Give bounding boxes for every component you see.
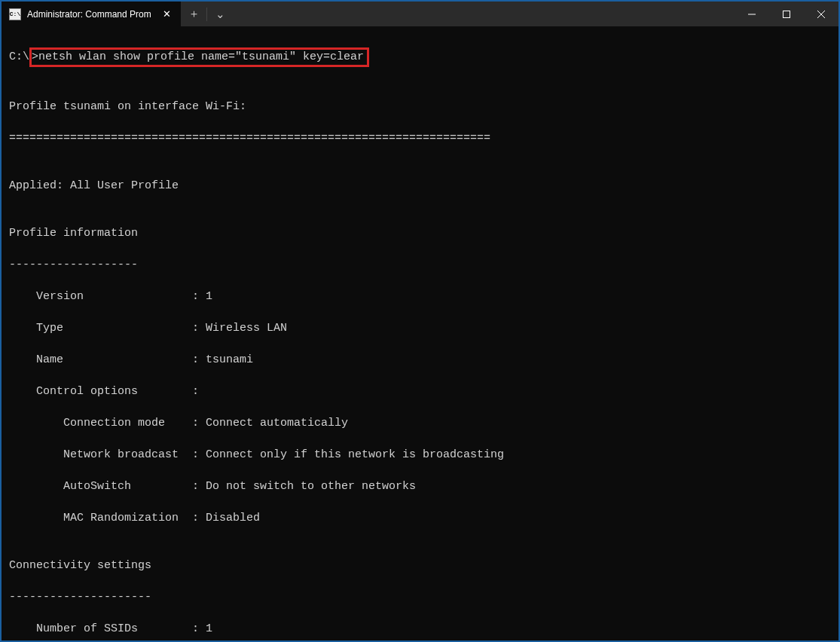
new-tab-button[interactable]: ＋ [181,2,206,26]
prompt-line: C:\>netsh wlan show profile name="tsunam… [9,49,831,67]
section-header: Profile information [9,225,831,241]
output-line: Type : Wireless LAN [9,320,831,336]
output-line: Applied: All User Profile [9,178,831,194]
output-line: ------------------- [9,257,831,273]
close-icon [817,11,825,18]
output-line: Name : tsunami [9,352,831,368]
chevron-down-icon: ⌄ [215,8,225,21]
minimize-icon [748,11,756,18]
plus-icon: ＋ [188,7,200,21]
output-line: MAC Randomization : Disabled [9,510,831,526]
terminal-output[interactable]: C:\>netsh wlan show profile name="tsunam… [2,27,838,642]
output-line: Version : 1 [9,289,831,304]
prompt-prefix: C:\ [9,50,29,63]
output-line: AutoSwitch : Do not switch to other netw… [9,478,831,494]
close-window-button[interactable] [804,2,838,26]
tab-active[interactable]: C:\ Administrator: Command Prom ✕ [2,2,181,26]
cmd-icon: C:\ [9,8,21,20]
tab-dropdown-button[interactable]: ⌄ [207,2,233,26]
maximize-icon [783,11,790,18]
command-text: >netsh wlan show profile name="tsunami" … [32,50,364,63]
output-line: ========================================… [9,130,831,146]
output-line: Number of SSIDs : 1 [9,621,831,637]
titlebar: C:\ Administrator: Command Prom ✕ ＋ ⌄ [2,2,838,27]
maximize-button[interactable] [769,2,804,26]
section-header: Connectivity settings [9,558,831,573]
output-line: Profile tsunami on interface Wi-Fi: [9,99,831,115]
tab-title: Administrator: Command Prom [27,9,154,20]
command-highlight: >netsh wlan show profile name="tsunami" … [29,47,369,67]
tabbar-area: ＋ ⌄ [181,2,838,26]
output-line: Control options : [9,384,831,399]
output-line: Connection mode : Connect automatically [9,415,831,431]
output-line: --------------------- [9,589,831,605]
tab-close-button[interactable]: ✕ [160,8,173,21]
minimize-button[interactable] [735,2,769,26]
svg-rect-1 [783,11,790,17]
output-line: Network broadcast : Connect only if this… [9,447,831,463]
